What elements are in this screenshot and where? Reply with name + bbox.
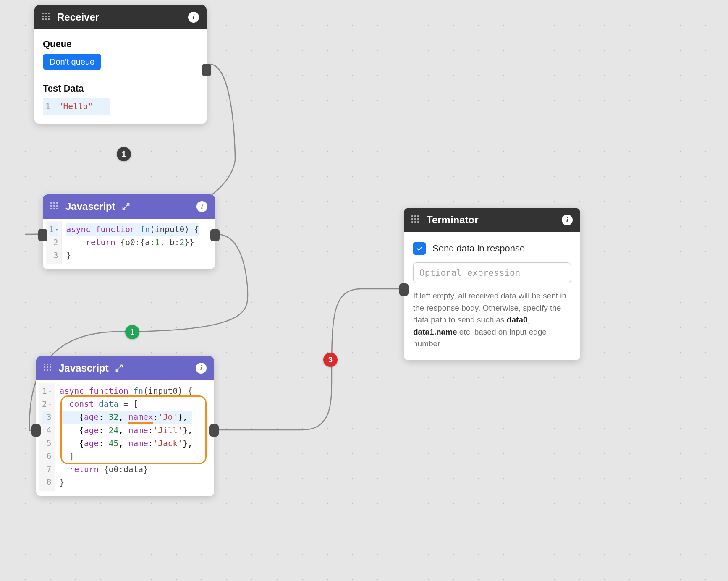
node-javascript-1[interactable]: Javascript i 1▾ 2 3 async function fn(in… xyxy=(43,194,215,269)
output-port[interactable] xyxy=(209,424,219,437)
node-header-receiver[interactable]: Receiver i xyxy=(34,5,207,29)
input-port[interactable] xyxy=(38,229,47,241)
node-title: Javascript xyxy=(65,201,115,212)
node-title: Receiver xyxy=(57,11,99,23)
output-port[interactable] xyxy=(202,64,211,76)
output-port[interactable] xyxy=(210,229,220,241)
drag-grip-icon[interactable] xyxy=(411,215,421,225)
edge-badge-2[interactable]: 1 xyxy=(125,325,139,339)
expand-icon[interactable] xyxy=(115,364,124,373)
testdata-label: Test Data xyxy=(43,83,198,94)
info-icon[interactable]: i xyxy=(562,215,573,225)
divider xyxy=(43,78,198,78)
node-header-terminator[interactable]: Terminator i xyxy=(404,208,580,232)
send-data-label: Send data in response xyxy=(432,243,525,254)
info-icon[interactable]: i xyxy=(196,201,207,212)
node-javascript-2[interactable]: Javascript i 1▾ 2▾ 3 4 5 6 7 8 async fun… xyxy=(36,356,214,496)
edge-js2-to-terminator xyxy=(217,289,403,430)
node-title: Terminator xyxy=(427,214,479,226)
info-icon[interactable]: i xyxy=(196,363,207,374)
queue-mode-button[interactable]: Don't queue xyxy=(43,54,101,70)
expression-input[interactable] xyxy=(413,262,571,283)
edge-badge-1[interactable]: 1 xyxy=(117,147,131,161)
node-terminator[interactable]: Terminator i Send data in response If le… xyxy=(404,208,580,360)
info-icon[interactable]: i xyxy=(188,12,199,23)
code-content: async function fn(input0) { return {o0:{… xyxy=(62,221,202,264)
node-title: Javascript xyxy=(59,362,109,374)
code-content: async function fn(input0) { const data =… xyxy=(55,383,195,491)
code-editor[interactable]: 1▾ 2▾ 3 4 5 6 7 8 async function fn(inpu… xyxy=(39,383,211,491)
check-icon xyxy=(416,245,423,252)
terminator-help-text: If left empty, all received data will be… xyxy=(413,290,571,350)
send-data-checkbox[interactable] xyxy=(413,242,426,255)
queue-label: Queue xyxy=(43,39,198,50)
node-header-js1[interactable]: Javascript i xyxy=(43,194,215,219)
drag-grip-icon[interactable] xyxy=(44,364,53,373)
drag-grip-icon[interactable] xyxy=(50,202,60,211)
testdata-value: "Hello" xyxy=(58,102,93,111)
testdata-editor[interactable]: 1 "Hello" xyxy=(43,98,198,115)
node-receiver[interactable]: Receiver i Queue Don't queue Test Data 1… xyxy=(34,5,207,124)
input-port[interactable] xyxy=(399,283,409,296)
drag-grip-icon[interactable] xyxy=(42,13,51,22)
code-editor[interactable]: 1▾ 2 3 async function fn(input0) { retur… xyxy=(46,221,212,264)
input-port[interactable] xyxy=(31,424,41,437)
expand-icon[interactable] xyxy=(121,202,131,211)
edge-badge-3[interactable]: 3 xyxy=(323,353,338,367)
node-header-js2[interactable]: Javascript i xyxy=(36,356,214,380)
